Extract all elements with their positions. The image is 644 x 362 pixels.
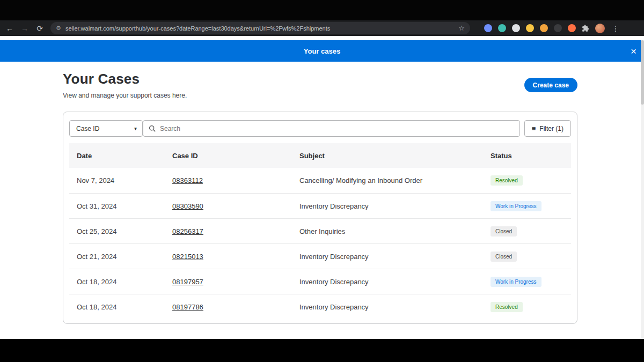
extension-icon[interactable] xyxy=(498,24,506,32)
filter-button[interactable]: ≡ Filter (1) xyxy=(524,120,571,137)
case-date: Oct 18, 2024 xyxy=(77,303,172,311)
url-text: seller.walmart.com/supporthub/your-cases… xyxy=(65,25,454,32)
column-header-status: Status xyxy=(491,152,564,160)
extensions-puzzle-icon[interactable] xyxy=(582,25,589,32)
case-subject: Inventory Discrepancy xyxy=(299,253,491,261)
reload-icon[interactable]: ⟳ xyxy=(35,25,44,32)
table-row: Oct 18, 2024 08197957 Inventory Discrepa… xyxy=(69,269,571,294)
table-row: Oct 31, 2024 08303590 Inventory Discrepa… xyxy=(69,193,571,218)
status-badge: Resolved xyxy=(491,302,523,312)
scrollbar[interactable] xyxy=(641,40,644,339)
bottom-bar xyxy=(0,339,644,362)
status-badge: Closed xyxy=(491,226,517,237)
site-info-icon[interactable]: ⚙ xyxy=(56,25,61,32)
back-icon[interactable]: ← xyxy=(5,25,14,32)
modal-title: Your cases xyxy=(304,47,340,55)
case-date: Oct 31, 2024 xyxy=(77,202,172,210)
status-badge: Work in Progress xyxy=(491,201,541,211)
create-case-button[interactable]: Create case xyxy=(524,78,577,92)
table-row: Oct 18, 2024 08197786 Inventory Discrepa… xyxy=(69,294,571,319)
status-cell: Resolved xyxy=(491,175,564,186)
dropdown-value: Case ID xyxy=(76,125,99,132)
main-content: Your Cases View and manage your support … xyxy=(0,62,644,339)
close-icon[interactable]: × xyxy=(631,46,636,56)
status-badge: Work in Progress xyxy=(491,277,541,287)
search-icon xyxy=(149,125,156,132)
column-header-date: Date xyxy=(77,152,172,160)
case-subject: Cancelling/ Modifying an Inbound Order xyxy=(299,176,491,184)
status-badge: Closed xyxy=(491,252,517,262)
browser-menu-icon[interactable]: ⋮ xyxy=(611,24,620,33)
case-subject: Other Inquiries xyxy=(299,227,491,235)
case-date: Nov 7, 2024 xyxy=(77,176,172,184)
search-box[interactable] xyxy=(143,120,520,137)
status-cell: Resolved xyxy=(491,302,564,312)
page-header: Your Cases View and manage your support … xyxy=(63,71,187,99)
filter-icon: ≡ xyxy=(532,124,536,132)
forward-icon[interactable]: → xyxy=(20,25,29,32)
status-badge: Resolved xyxy=(491,175,523,186)
page-gap xyxy=(0,36,644,40)
table-header: Date Case ID Subject Status xyxy=(69,143,571,168)
extension-icon[interactable] xyxy=(526,24,534,32)
profile-avatar[interactable] xyxy=(595,24,605,33)
extension-icon[interactable] xyxy=(554,24,562,32)
search-input[interactable] xyxy=(160,125,514,132)
case-subject: Inventory Discrepancy xyxy=(299,202,491,210)
case-id-link[interactable]: 08197786 xyxy=(172,303,299,311)
browser-titlebar xyxy=(0,0,644,20)
extension-icon[interactable] xyxy=(540,24,548,32)
scrollbar-thumb[interactable] xyxy=(641,40,644,105)
search-type-dropdown[interactable]: Case ID ▾ xyxy=(69,120,143,137)
column-header-subject: Subject xyxy=(299,152,491,160)
status-cell: Work in Progress xyxy=(491,201,564,211)
extension-icon[interactable] xyxy=(512,24,520,32)
extensions-row: ⋮ xyxy=(484,24,620,33)
extension-icon[interactable] xyxy=(568,24,576,32)
table-row: Oct 25, 2024 08256317 Other Inquiries Cl… xyxy=(69,218,571,243)
case-date: Oct 25, 2024 xyxy=(77,227,172,235)
browser-navbar: ← → ⟳ ⚙ seller.walmart.com/supporthub/yo… xyxy=(0,20,644,36)
cases-card: Case ID ▾ ≡ Filter (1) Date Case ID Subj… xyxy=(63,112,577,324)
page-subtitle: View and manage your support cases here. xyxy=(63,92,187,99)
column-header-case-id: Case ID xyxy=(172,152,299,160)
case-id-link[interactable]: 08256317 xyxy=(172,227,299,235)
page-title: Your Cases xyxy=(63,71,187,87)
case-id-link[interactable]: 08303590 xyxy=(172,202,299,210)
case-subject: Inventory Discrepancy xyxy=(299,303,491,311)
status-cell: Work in Progress xyxy=(491,277,564,287)
case-id-link[interactable]: 08197957 xyxy=(172,278,299,286)
table-row: Nov 7, 2024 08363112 Cancelling/ Modifyi… xyxy=(69,168,571,193)
bookmark-star-icon[interactable]: ☆ xyxy=(458,24,465,32)
cases-table: Nov 7, 2024 08363112 Cancelling/ Modifyi… xyxy=(69,168,571,319)
modal-header: Your cases × xyxy=(0,40,644,62)
extension-icon[interactable] xyxy=(484,24,492,32)
case-id-link[interactable]: 08215013 xyxy=(172,253,299,261)
case-subject: Inventory Discrepancy xyxy=(299,278,491,286)
table-row: Oct 21, 2024 08215013 Inventory Discrepa… xyxy=(69,243,571,269)
table-controls: Case ID ▾ ≡ Filter (1) xyxy=(69,120,571,137)
case-date: Oct 18, 2024 xyxy=(77,278,172,286)
case-date: Oct 21, 2024 xyxy=(77,253,172,261)
address-bar[interactable]: ⚙ seller.walmart.com/supporthub/your-cas… xyxy=(50,22,470,34)
status-cell: Closed xyxy=(491,252,564,262)
filter-label: Filter (1) xyxy=(539,125,564,132)
chevron-down-icon: ▾ xyxy=(134,125,137,131)
case-id-link[interactable]: 08363112 xyxy=(172,176,299,184)
status-cell: Closed xyxy=(491,226,564,237)
